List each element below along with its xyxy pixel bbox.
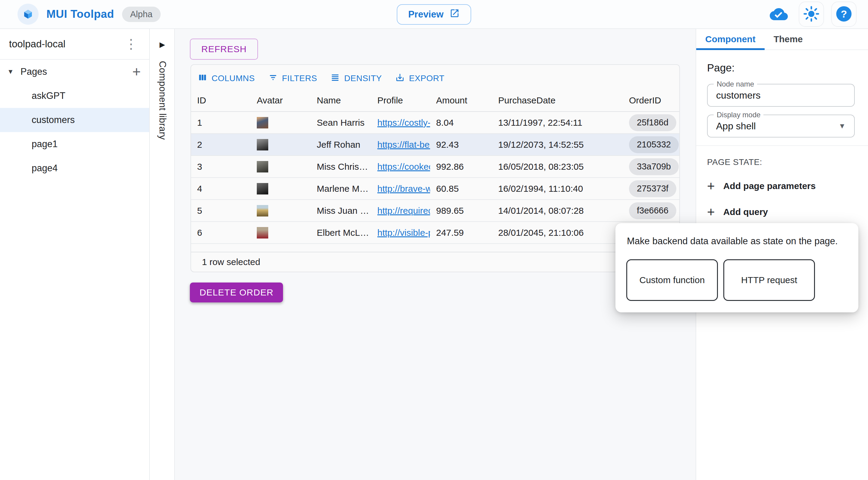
column-header-name[interactable]: Name bbox=[311, 95, 371, 106]
cell-profile: http://brave-w bbox=[371, 184, 430, 194]
column-header-profile[interactable]: Profile bbox=[371, 95, 430, 106]
cell-id: 1 bbox=[191, 118, 251, 128]
preview-button[interactable]: Preview bbox=[397, 4, 471, 25]
table-row[interactable]: 2Jeff Rohanhttps://flat-bel92.4319/12/20… bbox=[191, 134, 679, 156]
avatar-image bbox=[257, 117, 268, 128]
order-chip: 275373f bbox=[629, 180, 676, 197]
grid-header-row: IDAvatarNameProfileAmountPurchaseDateOrd… bbox=[191, 90, 679, 112]
cell-order-id: 25f186d bbox=[623, 114, 679, 131]
alpha-badge: Alpha bbox=[122, 7, 161, 22]
table-row[interactable]: 6Elbert McL…http://visible-p247.5928/01/… bbox=[191, 222, 679, 244]
columns-label: COLUMNS bbox=[212, 73, 255, 83]
profile-link[interactable]: https://flat-bel bbox=[377, 140, 430, 150]
node-name-field[interactable]: Node name customers bbox=[707, 84, 855, 107]
add-query-popover: Make backend data available as state on … bbox=[615, 223, 858, 312]
page-state-label: PAGE STATE: bbox=[707, 157, 855, 167]
http-request-button[interactable]: HTTP request bbox=[723, 259, 815, 301]
cell-purchase-date: 14/01/2014, 08:07:28 bbox=[492, 206, 623, 216]
avatar-image bbox=[257, 227, 268, 239]
popover-buttons: Custom function HTTP request bbox=[626, 259, 815, 301]
cell-order-id: 33a709b bbox=[623, 158, 679, 175]
column-header-amount[interactable]: Amount bbox=[430, 95, 492, 106]
cell-amount: 247.59 bbox=[430, 228, 492, 238]
cell-purchase-date: 13/11/1997, 22:54:11 bbox=[492, 118, 623, 128]
column-header-avatar[interactable]: Avatar bbox=[251, 95, 311, 106]
cell-id: 5 bbox=[191, 206, 251, 216]
cell-id: 3 bbox=[191, 161, 251, 172]
profile-link[interactable]: http://visible-p bbox=[377, 228, 430, 238]
node-name-label: Node name bbox=[714, 80, 757, 88]
project-menu-button[interactable]: ⋮ bbox=[120, 37, 142, 51]
density-button[interactable]: DENSITY bbox=[330, 73, 382, 84]
profile-link[interactable]: https://cookec bbox=[377, 161, 430, 172]
add-page-parameters-button[interactable]: + Add page parameters bbox=[707, 181, 855, 191]
profile-link[interactable]: http://brave-w bbox=[377, 184, 430, 194]
chevron-down-icon: ▼ bbox=[838, 122, 846, 130]
order-chip: 33a709b bbox=[629, 158, 679, 175]
grid-footer: 1 row selected bbox=[191, 252, 679, 272]
tab-component[interactable]: Component bbox=[696, 29, 765, 50]
table-row[interactable]: 3Miss Chris…https://cookec992.8616/05/20… bbox=[191, 156, 679, 178]
theme-toggle-button[interactable] bbox=[799, 1, 824, 27]
grid-rows: 1Sean Harrishttps://costly-8.0413/11/199… bbox=[191, 112, 679, 244]
profile-link[interactable]: http://required bbox=[377, 206, 430, 216]
cell-avatar bbox=[251, 183, 311, 194]
selection-status: 1 row selected bbox=[202, 257, 260, 267]
pages-sidebar: toolpad-local ⋮ ▼ Pages + askGPTcustomer… bbox=[0, 29, 150, 480]
grid-empty-space bbox=[191, 244, 679, 252]
cell-profile: http://required bbox=[371, 206, 430, 216]
display-mode-select[interactable]: Display mode App shell ▼ bbox=[707, 115, 855, 138]
sidebar-item-page1[interactable]: page1 bbox=[0, 132, 149, 156]
density-label: DENSITY bbox=[344, 73, 382, 83]
table-row[interactable]: 4Marlene M…http://brave-w60.8516/02/1994… bbox=[191, 178, 679, 200]
cell-avatar bbox=[251, 117, 311, 128]
grid-toolbar: COLUMNS FILTERS DENSITY bbox=[191, 65, 679, 90]
appbar-actions: ? bbox=[766, 1, 868, 27]
columns-button[interactable]: COLUMNS bbox=[198, 73, 255, 84]
expand-panel-icon[interactable]: ▶ bbox=[150, 40, 174, 49]
brand: MUI Toolpad Alpha bbox=[0, 4, 161, 25]
data-grid: COLUMNS FILTERS DENSITY bbox=[190, 64, 680, 272]
cell-name: Marlene M… bbox=[311, 184, 371, 194]
column-header-purchasedate[interactable]: PurchaseDate bbox=[492, 95, 623, 106]
sidebar-item-customers[interactable]: customers bbox=[0, 108, 149, 132]
table-row[interactable]: 5Miss Juan …http://required989.6514/01/2… bbox=[191, 200, 679, 222]
project-header: toolpad-local ⋮ bbox=[0, 29, 149, 60]
export-button[interactable]: EXPORT bbox=[395, 73, 444, 84]
refresh-button[interactable]: REFRESH bbox=[190, 38, 258, 60]
preview-label: Preview bbox=[408, 9, 443, 20]
cell-profile: http://visible-p bbox=[371, 228, 430, 238]
cell-amount: 989.65 bbox=[430, 206, 492, 216]
avatar-image bbox=[257, 139, 268, 150]
filters-button[interactable]: FILTERS bbox=[268, 73, 317, 84]
sidebar-item-page4[interactable]: page4 bbox=[0, 156, 149, 180]
sidebar-item-askGPT[interactable]: askGPT bbox=[0, 84, 149, 108]
pages-label: Pages bbox=[21, 66, 132, 77]
cell-order-id: 2105332 bbox=[623, 136, 679, 153]
cell-id: 6 bbox=[191, 228, 251, 238]
cell-avatar bbox=[251, 161, 311, 173]
cell-name: Miss Juan … bbox=[311, 206, 371, 216]
component-library-panel: ▶ Component library bbox=[150, 29, 175, 480]
help-button[interactable]: ? bbox=[831, 1, 857, 27]
add-query-button[interactable]: + Add query bbox=[707, 207, 855, 217]
table-row[interactable]: 1Sean Harrishttps://costly-8.0413/11/199… bbox=[191, 112, 679, 134]
open-in-new-icon bbox=[450, 8, 460, 21]
order-chip: 25f186d bbox=[629, 114, 676, 131]
divider bbox=[696, 145, 868, 146]
cell-profile: https://costly- bbox=[371, 118, 430, 128]
density-icon bbox=[330, 73, 340, 84]
chevron-down-icon[interactable]: ▼ bbox=[7, 68, 21, 76]
column-header-id[interactable]: ID bbox=[191, 95, 251, 106]
custom-function-button[interactable]: Custom function bbox=[626, 259, 718, 301]
tab-theme[interactable]: Theme bbox=[765, 29, 812, 50]
profile-link[interactable]: https://costly- bbox=[377, 118, 430, 128]
cell-amount: 92.43 bbox=[430, 140, 492, 150]
column-header-orderid[interactable]: OrderID bbox=[623, 95, 679, 106]
filter-icon bbox=[268, 73, 278, 84]
delete-order-button[interactable]: DELETE ORDER bbox=[190, 282, 283, 302]
inspector-body: Page: Node name customers Display mode A… bbox=[696, 50, 868, 217]
cell-id: 4 bbox=[191, 184, 251, 194]
cell-amount: 8.04 bbox=[430, 118, 492, 128]
help-icon: ? bbox=[835, 5, 852, 24]
